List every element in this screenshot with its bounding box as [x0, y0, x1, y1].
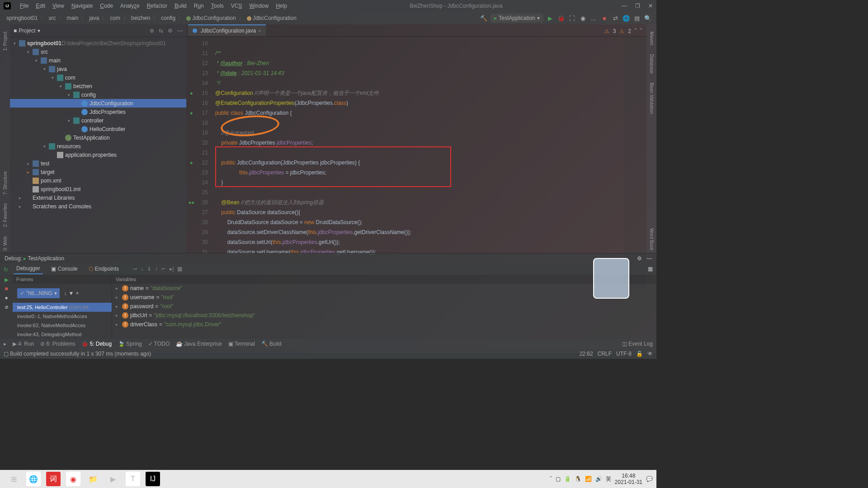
tree-item-com[interactable]: ▾com	[10, 73, 186, 82]
frame-row[interactable]: invoke0:-1, NativeMethodAcces	[13, 312, 112, 321]
bt-todo[interactable]: ✓ TODO	[148, 341, 170, 347]
variable-row[interactable]: ▸fpassword = "root"	[112, 302, 656, 311]
menu-refactor[interactable]: Refactor	[143, 3, 171, 9]
tray-wifi-icon[interactable]: 📶	[585, 476, 592, 482]
notifications-icon[interactable]: 💬	[646, 476, 653, 482]
coverage-icon[interactable]: ⛶	[568, 14, 576, 22]
step-into-icon[interactable]: ↓	[141, 266, 143, 272]
editor-tab[interactable]: JdbcConfiguration.java ×	[188, 24, 266, 36]
bt-debug[interactable]: 🐞 5: Debug	[81, 341, 112, 347]
force-step-into-icon[interactable]: ⇓	[147, 266, 151, 272]
run-to-cursor-icon[interactable]: ▸|	[170, 266, 174, 272]
close-tab-icon[interactable]: ×	[258, 28, 261, 33]
caret-position[interactable]: 22:62	[580, 351, 593, 357]
tree-item-beizhen[interactable]: ▾beizhen	[10, 82, 186, 90]
left-tab-structure[interactable]: 7: Structure	[2, 169, 9, 197]
drop-frame-icon[interactable]: ⤺	[161, 266, 166, 272]
minimize-icon[interactable]: —	[622, 3, 627, 9]
inspections-widget[interactable]: ⚠3 ⚠2 ˆˇ	[600, 26, 646, 36]
line-separator[interactable]: CRLF	[598, 351, 612, 357]
profile-icon[interactable]: ◉	[579, 14, 587, 22]
menu-tools[interactable]: Tools	[208, 3, 227, 9]
chrome-icon[interactable]: 🌐	[26, 472, 41, 486]
menu-navigate[interactable]: Navigate	[68, 3, 96, 9]
crumb-1[interactable]: src	[47, 15, 57, 21]
left-tab-project[interactable]: 1: Project	[2, 29, 9, 53]
menu-build[interactable]: Build	[171, 3, 190, 9]
variable-row[interactable]: ▸fname = "dataSource"	[112, 284, 656, 293]
debug-settings-icon[interactable]: ⚙	[637, 255, 642, 262]
left-tab-web[interactable]: 0: Web	[2, 234, 9, 253]
structure-icon[interactable]: ▤	[633, 14, 641, 22]
status-icon[interactable]: ▢	[4, 351, 9, 357]
thread-selector[interactable]: ✓"htt...NING▾	[17, 288, 60, 298]
translate-icon[interactable]: 🌐	[622, 14, 630, 22]
start-icon[interactable]: ⊞	[6, 472, 21, 486]
frame-row[interactable]: invoke:43, DelegatingMethod	[13, 330, 112, 339]
variable-row[interactable]: ▸fusername = "root"	[112, 293, 656, 302]
search-icon[interactable]: 🔍	[644, 14, 652, 22]
menu-view[interactable]: View	[49, 3, 68, 9]
settings-icon[interactable]: ⚙	[168, 28, 173, 34]
right-tab-database[interactable]: Database	[648, 52, 655, 76]
right-tab-wordbook[interactable]: Word Book	[648, 225, 655, 253]
bt-spring[interactable]: 🍃 Spring	[118, 341, 142, 347]
layout-icon[interactable]: ▦	[648, 266, 653, 272]
bt-javaee[interactable]: ☕ Java Enterprise	[176, 341, 222, 347]
build-icon[interactable]: 🔨	[480, 14, 488, 22]
menu-code[interactable]: Code	[96, 3, 117, 9]
tree-item-test[interactable]: ▸test	[10, 159, 186, 168]
debug-hide-icon[interactable]: —	[646, 255, 652, 262]
bt-terminal[interactable]: ▣ Terminal	[228, 341, 255, 347]
hide-icon[interactable]: —	[177, 28, 183, 34]
vcs-update-icon[interactable]: ⇄	[611, 14, 619, 22]
menu-run[interactable]: Run	[190, 3, 208, 9]
tree-item-target[interactable]: ▸target	[10, 168, 186, 176]
tree-item-controller[interactable]: ▾controller	[10, 116, 186, 125]
right-tab-bean[interactable]: Bean Validation	[648, 80, 655, 117]
attach-icon[interactable]: …	[590, 14, 598, 22]
editor-minimap[interactable]	[624, 37, 646, 289]
tree-item-jdbcproperties[interactable]: JdbcProperties	[10, 108, 186, 116]
crumb-3[interactable]: java	[87, 15, 101, 21]
app-icon-1[interactable]: 词	[46, 472, 61, 486]
crumb-2[interactable]: main	[65, 15, 80, 21]
stop-icon[interactable]: ■	[600, 14, 609, 22]
menu-analyze[interactable]: Analyze	[117, 3, 143, 9]
tree-item-springboot01-iml[interactable]: springboot01.iml	[10, 185, 186, 193]
readonly-icon[interactable]: 🔓	[636, 351, 643, 357]
menu-edit[interactable]: Edit	[32, 3, 49, 9]
variable-row[interactable]: ▸fdriverClass = "com.mysql.jdbc.Driver"	[112, 320, 656, 329]
crumb-0[interactable]: springboot01	[5, 15, 39, 21]
crumb-5[interactable]: beizhen	[129, 15, 152, 21]
collapse-icon[interactable]: ⇆	[159, 28, 163, 34]
bt-problems[interactable]: ⊘ 6: Problems	[40, 341, 75, 347]
frame-row[interactable]: test:25, HelloController (com.be	[13, 303, 112, 312]
expand-icon[interactable]: ▸	[4, 341, 6, 347]
bt-eventlog[interactable]: ◫ Event Log	[622, 341, 653, 347]
intellij-icon[interactable]: IJ	[146, 472, 160, 486]
add-frame-icon[interactable]: +	[76, 290, 79, 296]
media-icon[interactable]: ▶	[106, 472, 120, 486]
app-icon-2[interactable]: ◉	[66, 472, 80, 486]
tray-qq-icon[interactable]: 🐧	[575, 476, 581, 482]
taskbar-clock[interactable]: 16:482021-01-31	[615, 473, 642, 485]
crumb-8[interactable]: JdbcConfiguration	[245, 15, 298, 21]
debugger-tab[interactable]: Debugger	[14, 263, 43, 274]
debug-icon[interactable]: 🐞	[557, 14, 565, 22]
tray-battery-icon[interactable]: 🔋	[564, 476, 571, 482]
evaluate-icon[interactable]: ▦	[177, 266, 182, 272]
file-encoding[interactable]: UTF-8	[616, 351, 632, 357]
tree-item-java[interactable]: ▾java	[10, 65, 186, 73]
project-tree[interactable]: ▾springboot01 D:\IdeaProjects\BeiZhenSho…	[10, 37, 186, 253]
tree-item-jdbcconfiguration[interactable]: JdbcConfiguration	[10, 99, 186, 108]
menu-file[interactable]: File	[16, 3, 32, 9]
tree-item-pom-xml[interactable]: pom.xml	[10, 176, 186, 185]
tree-item-main[interactable]: ▾main	[10, 56, 186, 65]
variable-row[interactable]: ▸fjdbcUrl = "jdbc:mysql://localhost:3306…	[112, 311, 656, 320]
tray-volume-icon[interactable]: 🔊	[595, 476, 602, 482]
frame-row[interactable]: invoke:62, NativeMethodAcces	[13, 321, 112, 330]
tree-item-src[interactable]: ▾src	[10, 47, 186, 56]
maximize-icon[interactable]: ❐	[635, 3, 640, 9]
crumb-4[interactable]: com	[108, 15, 122, 21]
